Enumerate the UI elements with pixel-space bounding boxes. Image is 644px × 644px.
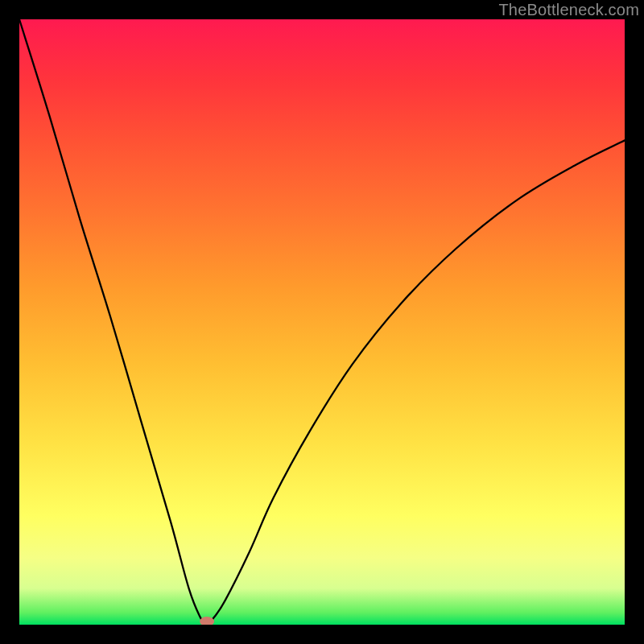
min-marker (200, 617, 214, 625)
curve-svg (19, 19, 625, 625)
watermark-text: TheBottleneck.com (498, 1, 639, 19)
bottleneck-curve-path (19, 19, 625, 625)
plot-area (19, 19, 625, 625)
chart-frame: TheBottleneck.com (0, 0, 644, 644)
